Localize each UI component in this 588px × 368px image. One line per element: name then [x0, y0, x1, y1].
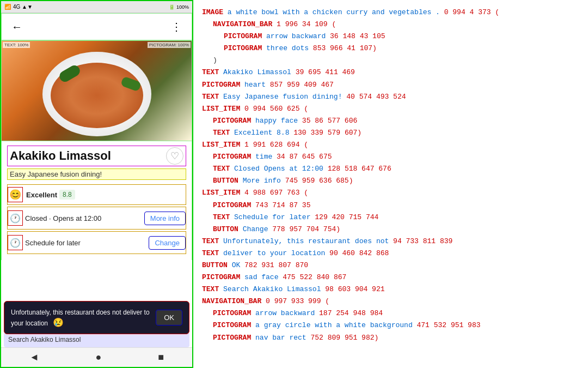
detection-line: TEXT Easy Japanese fusion dining! 40 574…	[202, 91, 579, 103]
hours-list-item: 🕐 Closed · Opens at 12:00 More info	[7, 207, 186, 230]
back-nav-icon[interactable]: ◄	[29, 352, 39, 363]
detection-line: TEXT Akakiko Limassol 39 695 411 469	[202, 67, 579, 79]
detection-line: LIST_ITEM 0 994 560 625 (	[202, 103, 579, 115]
more-info-button[interactable]: More info	[144, 212, 186, 225]
happy-face-icon: 😊	[8, 187, 23, 202]
alert-overlay: Unfortunately, this restaurant does not …	[4, 301, 189, 334]
battery-percent: 100%	[176, 4, 189, 10]
image-label: TEXT: 100%	[3, 42, 30, 48]
detection-line: IMAGE a white bowl with a chicken curry …	[202, 7, 579, 19]
search-bar[interactable]: Search Akakiko Limassol	[4, 332, 189, 347]
recents-nav-icon[interactable]: ■	[158, 352, 164, 363]
detection-line: PICTOGRAM 743 714 87 35	[202, 200, 579, 212]
time-icon: 🕐	[8, 210, 23, 226]
detection-line: NAVIGATION_BAR 0 997 933 999 (	[202, 295, 579, 307]
battery-icon: 🔋	[169, 4, 175, 10]
status-bar-left: 📶 4G ▲▼	[4, 4, 33, 10]
schedule-list-item: 🕐 Schedule for later Change	[7, 231, 186, 254]
heart-button[interactable]: ♡	[166, 147, 183, 165]
food-image: TEXT: 100% PICTOGRAM: 100%	[1, 40, 192, 141]
detection-line: PICTOGRAM a gray circle with a white bac…	[202, 319, 579, 331]
detection-line: PICTOGRAM time 34 87 645 675	[202, 151, 579, 163]
detection-line: PICTOGRAM sad face 475 522 840 867	[202, 272, 579, 283]
alert-content: Unfortunately, this restaurant does not …	[11, 307, 150, 328]
detection-line: BUTTON Change 778 957 704 754)	[202, 224, 579, 236]
rating-list-item: 😊 Excellent 8.8	[7, 184, 186, 205]
detection-line: BUTTON More info 745 959 636 685)	[202, 175, 579, 187]
restaurant-name-row: Akakiko Limassol ♡	[7, 146, 186, 166]
detection-line: PICTOGRAM arrow backward 36 148 43 105	[202, 31, 579, 43]
menu-button[interactable]: ⋮	[167, 17, 186, 37]
detection-line: BUTTON OK 782 931 807 870	[202, 260, 579, 272]
detection-line: TEXT Unfortunately, this restaurant does…	[202, 236, 579, 248]
back-button[interactable]: ←	[7, 17, 27, 37]
home-nav-icon[interactable]: ●	[96, 352, 102, 363]
signal-strength: 4G ▲▼	[13, 4, 33, 10]
tagline: Easy Japanese fusion dining!	[7, 168, 186, 180]
content-area: Akakiko Limassol ♡ Easy Japanese fusion …	[1, 141, 192, 260]
bottom-nav: ◄ ● ■	[1, 347, 192, 367]
hours-text: Closed · Opens at 12:00	[23, 214, 144, 222]
detection-line: TEXT Schedule for later 129 420 715 744	[202, 212, 579, 224]
time-display: 📶	[4, 4, 11, 10]
detection-line: TEXT Excellent 8.8 130 339 579 607)	[202, 127, 579, 139]
status-bar: 📶 4G ▲▼ 🔋 100%	[1, 1, 192, 13]
detection-line: LIST_ITEM 1 991 628 694 (	[202, 139, 579, 151]
detection-line: TEXT Search Akakiko Limassol 98 603 904 …	[202, 283, 579, 295]
status-bar-right: 🔋 100%	[169, 4, 189, 10]
detection-line: NAVIGATION_BAR 1 996 34 109 (	[202, 19, 579, 31]
detection-line: LIST_ITEM 4 988 697 763 (	[202, 187, 579, 199]
detection-line: TEXT deliver to your location 90 460 842…	[202, 248, 579, 260]
sad-face-icon: 😢	[53, 318, 64, 327]
detection-panel: IMAGE a white bowl with a chicken curry …	[193, 0, 588, 368]
detection-line: PICTOGRAM nav bar rect 752 809 951 982)	[202, 332, 579, 344]
search-text: Search Akakiko Limassol	[8, 336, 81, 343]
pictogram-label: PICTOGRAM: 100%	[148, 42, 191, 48]
schedule-text: Schedule for later	[23, 239, 149, 247]
detection-line: PICTOGRAM arrow backward 187 254 948 984	[202, 307, 579, 319]
detection-line: PICTOGRAM heart 857 959 409 467	[202, 79, 579, 91]
detection-line: TEXT Closed Opens at 12:00 128 518 647 6…	[202, 163, 579, 175]
rating-label: Excellent	[23, 191, 57, 199]
restaurant-name: Akakiko Limassol	[10, 149, 111, 163]
schedule-icon: 🕐	[8, 235, 23, 250]
detection-line: PICTOGRAM happy face 35 86 577 606	[202, 115, 579, 127]
detection-line: )	[202, 55, 579, 67]
alert-message: Unfortunately, this restaurant does not …	[11, 309, 150, 327]
mobile-screenshot: 📶 4G ▲▼ 🔋 100% ← ⋮ TEXT: 100% PICTOGRAM:…	[0, 0, 193, 368]
bowl-graphic	[42, 52, 151, 136]
rating-score: 8.8	[59, 190, 75, 200]
ok-button[interactable]: OK	[156, 310, 182, 325]
change-button[interactable]: Change	[149, 236, 186, 250]
nav-bar-top: ← ⋮	[1, 13, 192, 40]
detection-line: PICTOGRAM three dots 853 966 41 107)	[202, 43, 579, 55]
